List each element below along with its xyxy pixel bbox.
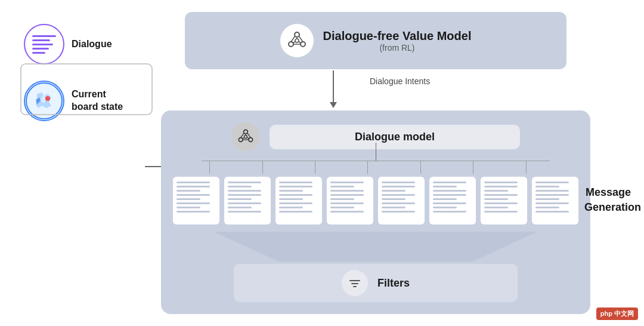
- filters-row: Filters: [234, 264, 518, 302]
- diagram-container: Dialogue Current board state: [0, 0, 644, 326]
- svg-point-14: [239, 138, 243, 142]
- main-section: Dialogue model: [161, 110, 590, 314]
- svg-line-21: [247, 133, 251, 137]
- value-model-subtitle: (from RL): [379, 43, 414, 53]
- filters-label: Filters: [377, 277, 410, 290]
- doc-card-1: [173, 177, 219, 224]
- filter-funnel-icon: [348, 276, 362, 290]
- dialogue-model-box: Dialogue model: [270, 125, 520, 149]
- doc-card-8: [532, 177, 578, 224]
- doc-card-4: [327, 177, 373, 224]
- svg-line-11: [299, 36, 303, 42]
- svg-line-10: [291, 36, 295, 42]
- value-model-title: Dialogue-free Value Model: [323, 29, 472, 43]
- doc-card-3: [275, 177, 322, 224]
- message-generation-label: Message Generation: [584, 185, 632, 215]
- top-model-box: Dialogue-free Value Model (from RL): [185, 12, 566, 69]
- doc-card-7: [481, 177, 527, 224]
- doc-card-2: [224, 177, 271, 224]
- top-to-main-arrow: [333, 70, 334, 103]
- dialogue-intents-label: Dialogue Intents: [370, 76, 430, 86]
- svg-line-20: [241, 133, 244, 137]
- doc-card-5: [378, 177, 425, 224]
- svg-point-6: [295, 39, 299, 42]
- cards-row: [173, 177, 578, 224]
- svg-rect-2: [21, 64, 152, 115]
- dialogue-model-label: Dialogue model: [355, 131, 435, 143]
- value-model-icon-circle: [280, 24, 314, 57]
- tree-connector: [173, 161, 578, 170]
- php-watermark: php 中文网: [596, 307, 638, 320]
- svg-point-4: [289, 42, 293, 47]
- svg-point-16: [244, 136, 247, 139]
- svg-point-5: [301, 42, 305, 47]
- filter-icon-circle: [342, 270, 368, 296]
- doc-card-6: [429, 177, 476, 224]
- bracket-svg: [18, 25, 167, 130]
- value-model-network-icon: [286, 30, 308, 51]
- funnel-area: Filters: [173, 232, 578, 302]
- svg-point-15: [249, 138, 253, 142]
- dialogue-model-network-icon: [237, 128, 255, 146]
- dialogue-model-icon-circle: [231, 122, 260, 151]
